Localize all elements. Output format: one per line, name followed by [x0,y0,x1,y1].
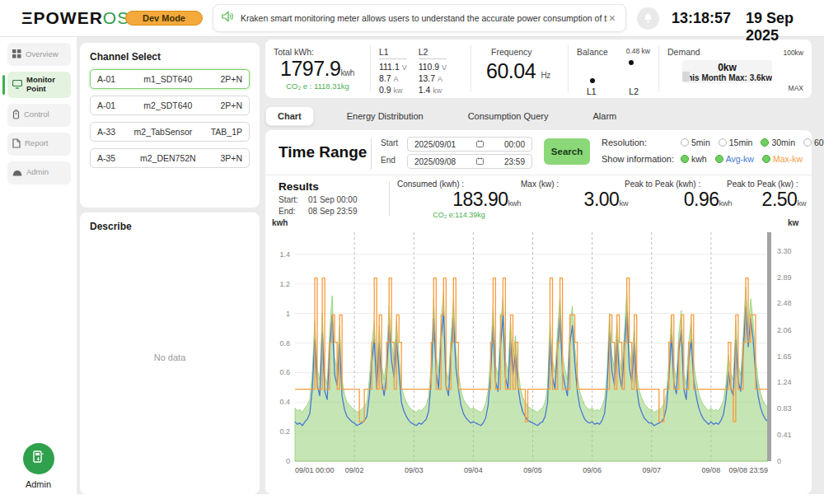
channel-select-panel: Channel Select A-01 m1_SDT640 2P+N A-01 … [80,43,260,208]
svg-text:3.30: 3.30 [777,247,792,255]
svg-text:09/05: 09/05 [523,466,542,474]
total-co2: CO₂ e : 1118.31kg [274,82,362,91]
svg-text:0: 0 [286,457,290,465]
end-datetime-input[interactable]: 2025/09/08 23:59 [407,154,532,169]
bell-icon [643,12,653,26]
show-max-kw-checkbox[interactable]: Max-kw [762,154,803,164]
svg-text:09/03: 09/03 [405,466,424,474]
sidebar-item-overview[interactable]: Overview [7,43,71,66]
start-datetime-input[interactable]: 2025/09/01 00:00 [407,137,532,152]
svg-text:09/02: 09/02 [345,466,364,474]
balance-value: 0.48 kw [626,47,650,55]
sidebar-item-report[interactable]: Report [7,133,71,156]
search-button[interactable]: Search [544,138,590,165]
show-avg-kw-checkbox[interactable]: Avg-kw [715,154,754,164]
balance-l1-dot [590,78,595,83]
describe-empty-state: No data [80,352,260,362]
demand-max-label: MAX [789,84,803,92]
svg-text:09/08: 09/08 [702,466,721,474]
sidebar-nav: Overview Monitor Point Control Report Ad… [0,37,77,504]
show-kwh-checkbox[interactable]: kwh [681,154,707,164]
current-date: 19 Sep 2025 [746,10,824,44]
svg-text:1.65: 1.65 [777,352,792,361]
consumption-chart: 00.20.40.60.811.21.400.410.831.241.652.0… [265,217,812,494]
notification-bell-button[interactable] [637,7,659,30]
balance-l2-dot [629,60,634,65]
radio-icon [681,138,689,147]
channel-select-title: Channel Select [90,51,250,63]
channel-row-m1-sdt640[interactable]: A-01 m1_SDT640 2P+N [90,69,250,89]
svg-text:0.4: 0.4 [279,398,290,406]
meter-icon [31,450,46,468]
notification-banner: Kraken smart monitoring meter allows use… [213,4,626,32]
svg-text:09/07: 09/07 [642,466,661,474]
svg-text:1.4: 1.4 [279,250,290,259]
metric-max-kw: Max (kw) : 3.00kw [521,180,628,211]
frequency-value: 60.04 Hz [486,59,559,83]
resolution-5min[interactable]: 5min [681,138,710,147]
svg-text:09/06: 09/06 [583,466,602,474]
svg-text:kwh: kwh [272,218,288,227]
svg-text:09/01 00:00: 09/01 00:00 [295,466,335,474]
sidebar-item-control[interactable]: Control [7,104,71,127]
channel-row-m2-sdt640[interactable]: A-01 m2_SDT640 2P+N [90,96,250,115]
dev-mode-badge: Dev Mode [125,11,203,26]
svg-text:0: 0 [777,457,781,465]
live-stats-bar: Total kWh: 1797.9kwh CO₂ e : 1118.31kg L… [265,40,812,98]
chart-canvas: 00.20.40.60.811.21.400.410.831.241.652.0… [265,217,812,494]
tab-consumption-query[interactable]: Consumption Query [456,107,560,125]
calendar-icon [476,140,484,149]
radio-icon [719,138,727,147]
end-label: End [381,156,396,165]
phase-l1-column: L1 111.1 V 8.7 A 0.9 kw [379,47,407,91]
resolution-15min[interactable]: 15min [719,138,753,147]
svg-text:0.6: 0.6 [279,368,290,376]
sidebar-item-monitor-point[interactable]: Monitor Point [7,72,71,98]
close-icon[interactable]: × [607,12,617,25]
tab-chart[interactable]: Chart [265,106,314,126]
describe-title: Describe [90,221,250,232]
checkbox-checked-icon [681,155,689,163]
overview-grid-icon [12,47,21,62]
chart-panel: Time Range Start End 2025/09/01 00:00 20… [265,130,812,494]
tab-alarm[interactable]: Alarm [582,107,629,125]
calendar-icon [476,157,484,166]
phase-readings-section: L1 111.1 V 8.7 A 0.9 kw L2 110.9 V 13.7 … [371,45,471,92]
demand-current: 0kw [682,62,772,73]
resolution-30min[interactable]: 30min [761,138,795,147]
svg-text:kw: kw [788,218,799,227]
resolution-60min[interactable]: 60min [803,138,824,147]
admin-avatar-button[interactable] [23,443,54,474]
radio-icon [803,138,812,147]
phase-l2-column: L2 110.9 V 13.7 A 1.4 kw [419,47,447,91]
svg-text:1.24: 1.24 [777,378,792,386]
resolution-options: Resolution: 5min 15min 30min 60min [602,138,824,147]
checkbox-checked-icon [715,155,723,163]
demand-progress [682,72,690,82]
channel-row-m2-den752n[interactable]: A-35 m2_DEN752N 3P+N [90,148,250,168]
channel-row-m2-tabsensor[interactable]: A-33 m2_TabSensor TAB_1P [90,122,250,142]
sidebar-item-admin[interactable]: Admin [7,161,71,184]
app-body: Overview Monitor Point Control Report Ad… [0,37,824,504]
svg-text:09/04: 09/04 [464,466,483,474]
clock: 13:18:57 [672,10,731,27]
start-label: Start [381,138,398,147]
demand-scale-max: 100kw [783,49,803,57]
notification-text: Kraken smart monitoring meter allows use… [241,13,607,23]
metric-consumed: Consumed (kwh) : 183.90kwh CO₂ e:114.39k… [397,180,521,219]
admin-helmet-icon [12,166,22,180]
svg-text:2.89: 2.89 [777,273,792,282]
admin-avatar-label: Admin [0,479,77,489]
svg-text:0.8: 0.8 [279,339,290,348]
svg-text:09/08 23:59: 09/08 23:59 [728,466,768,474]
chart-scrollbar[interactable] [767,232,771,461]
divider [371,138,372,170]
time-range-title: Time Range [279,143,367,161]
tab-energy-distribution[interactable]: Energy Distribution [335,107,435,125]
svg-text:0.41: 0.41 [777,431,792,439]
describe-panel: Describe No data [80,212,260,494]
remote-control-icon [12,108,20,123]
balance-section: Balance 0.48 kw L1 L2 [569,45,659,92]
svg-text:0.2: 0.2 [279,427,290,436]
footer-strip [0,494,824,504]
